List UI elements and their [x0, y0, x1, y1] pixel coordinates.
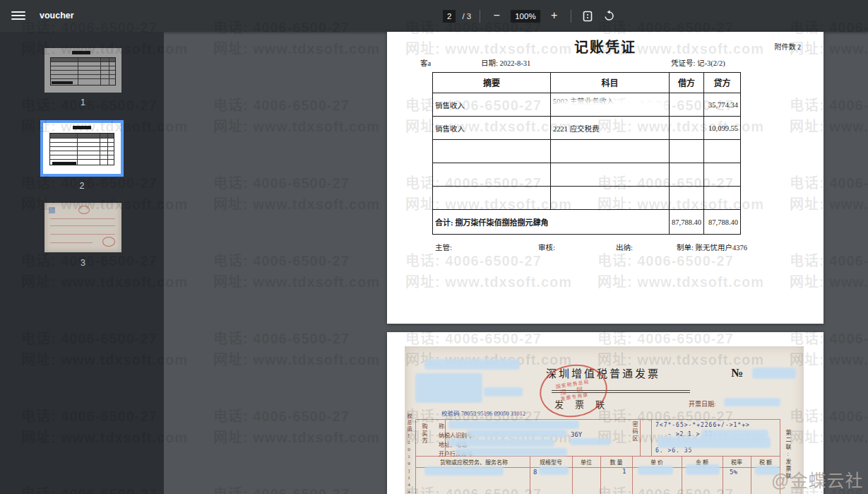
- item-spec-value: 8: [533, 469, 537, 476]
- signer-manager: 主管:: [435, 242, 452, 252]
- cell-debit: [670, 93, 704, 117]
- thumbnail-image: [43, 123, 121, 174]
- voucher-date: 日期: 2022-8-31: [481, 57, 530, 68]
- table-row: [433, 163, 741, 187]
- thumbnail-page-1[interactable]: 1: [44, 48, 121, 93]
- cell-credit: 35,774.34: [704, 93, 741, 117]
- item-col-price: 单 价: [634, 458, 680, 466]
- voucher-title: 记账凭证: [387, 36, 824, 57]
- cell-summary: [433, 163, 551, 187]
- item-qty-value: 1: [622, 468, 626, 475]
- thumbnail-page-2-selected[interactable]: 2: [40, 120, 124, 177]
- item-col-spec: 规格型号: [532, 458, 570, 466]
- pdf-page-3: 深圳增值税普通发票 发票联 № 开票日期: 校验码 78053 95196 09…: [387, 332, 824, 494]
- buyer-section-label: 购买方: [420, 423, 428, 445]
- cell-credit: [704, 187, 741, 210]
- invoice-left-vertical-text: 税总函[2019]144号: [405, 413, 412, 494]
- cell-credit: [704, 140, 741, 163]
- thumbnail-image: [44, 48, 121, 93]
- thumbnail-label: 2: [40, 181, 124, 191]
- cell-account: [551, 187, 670, 210]
- toolbar-divider: [571, 10, 571, 23]
- cell-account: 5002 主营业务收入: [551, 93, 670, 117]
- buyer-name-label: 称:: [439, 422, 446, 430]
- invoice-right-vertical-text: 第二联:发票联: [784, 430, 792, 480]
- table-row: 销售收入 2221 应交税费 10,099.55: [433, 117, 741, 140]
- redaction-blur: [554, 102, 664, 116]
- invoice-scan: 深圳增值税普通发票 发票联 № 开票日期: 校验码 78053 95196 09…: [405, 346, 804, 494]
- total-debit: 87,788.40: [670, 210, 704, 235]
- password-section-label: 密码区: [631, 421, 638, 442]
- cell-account: 2221 应交税费: [551, 117, 670, 140]
- toolbar: voucher 2 / 3 − 100% +: [0, 0, 868, 32]
- item-col-taxamt: 税 额: [752, 458, 779, 466]
- thumbnail-label: 3: [44, 258, 121, 268]
- pdf-viewer-app: voucher 2 / 3 − 100% +: [0, 0, 868, 494]
- taxid-suffix: 36Y: [571, 431, 582, 438]
- table-row: 销售收入 5002 主营业务收入 35,774.34: [433, 93, 741, 117]
- zoom-out-button[interactable]: −: [489, 8, 504, 24]
- item-col-taxrate: 税率: [724, 458, 749, 466]
- invoice-check-code: 校验码 78053 95196 09050 31012: [441, 408, 525, 417]
- voucher-table: 摘要 科目 借方 贷方 销售收入 5002 主营业务收入 35,774.34 销…: [432, 72, 741, 235]
- col-header-credit: 贷方: [704, 73, 741, 93]
- zoom-level: 100%: [511, 10, 540, 23]
- table-total-row: 合计: 捌万柒仟柒佰捌拾捌元肆角 87,788.40 87,788.40: [433, 210, 741, 235]
- attachment-count: 附件数 2: [775, 41, 802, 52]
- table-row: [433, 140, 741, 163]
- item-col-name: 货物或应税劳务、服务名称: [427, 458, 521, 466]
- cell-summary: [433, 187, 551, 210]
- document-title: voucher: [40, 11, 74, 20]
- pdf-page-2: 记账凭证 附件数 2 客a 日期: 2022-8-31 凭证号: 记-3(2/2…: [387, 32, 824, 324]
- fit-page-icon[interactable]: [580, 8, 595, 24]
- table-row: [433, 187, 741, 210]
- voucher-number: 凭证号: 记-3(2/2): [671, 57, 725, 68]
- cell-summary: 销售收入: [433, 117, 551, 140]
- page-total-label: / 3: [462, 12, 471, 20]
- toolbar-controls: 2 / 3 − 100% +: [443, 0, 617, 32]
- invoice-date-label: 开票日期:: [689, 399, 716, 408]
- item-taxrate-value: 5%: [730, 469, 737, 476]
- password-text: 7<7*-65>-*+2266+/->1*+>: [655, 422, 750, 428]
- cell-debit: [670, 163, 704, 187]
- pdf-viewport[interactable]: 记账凭证 附件数 2 客a 日期: 2022-8-31 凭证号: 记-3(2/2…: [164, 32, 868, 494]
- total-credit: 87,788.40: [704, 210, 741, 235]
- cell-credit: 10,099.55: [704, 117, 741, 140]
- thumbnail-page-3[interactable]: 3: [44, 203, 121, 252]
- table-header-row: 摘要 科目 借方 贷方: [433, 73, 741, 93]
- total-label: 合计: 捌万柒仟柒佰捌拾捌元肆角: [433, 210, 670, 235]
- thumbnail-label: 1: [44, 98, 121, 107]
- cell-account: [551, 140, 670, 163]
- cell-debit: [670, 140, 704, 163]
- page-number-input[interactable]: 2: [443, 10, 456, 23]
- company-name: 客a: [420, 57, 431, 68]
- cell-debit: [670, 187, 704, 210]
- rotate-icon[interactable]: [602, 8, 617, 24]
- col-header-debit: 借方: [670, 73, 704, 93]
- item-col-unit: 单位: [573, 458, 599, 466]
- thumbnail-sidebar: 1 2: [0, 32, 164, 494]
- cell-debit: [670, 117, 704, 140]
- col-header-account: 科目: [551, 73, 670, 93]
- cell-summary: [433, 140, 551, 163]
- item-col-qty: 数 量: [602, 458, 631, 466]
- col-header-summary: 摘要: [433, 73, 551, 93]
- thumbnail-image: [44, 203, 121, 252]
- password-text: 6. >6. 35: [655, 447, 692, 454]
- signer-cashier: 出纳:: [616, 242, 633, 252]
- thumbnail-selected-border: [40, 120, 124, 177]
- toolbar-divider: [480, 10, 480, 23]
- cell-summary: 销售收入: [433, 93, 551, 117]
- cell-account: [551, 163, 670, 187]
- signer-preparer: 制单: 账无忧用户4376: [677, 242, 747, 252]
- cell-credit: [704, 163, 741, 187]
- menu-icon[interactable]: [11, 9, 25, 22]
- invoice-no-label: №: [731, 366, 743, 380]
- signer-reviewer: 审核:: [538, 242, 555, 252]
- zoom-in-button[interactable]: +: [547, 8, 562, 24]
